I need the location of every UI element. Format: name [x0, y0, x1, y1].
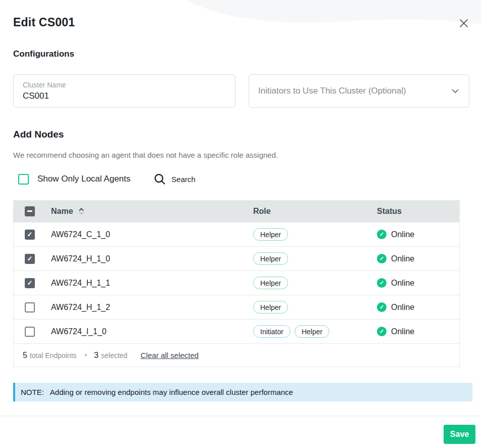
search-icon [154, 173, 166, 185]
row-status-label: Online [391, 303, 414, 312]
table-footer: 5total Endpoints • 3selected Clear all s… [14, 343, 459, 367]
footer-divider [0, 416, 481, 416]
table-body: ✓ AW6724_C_1_0 Helper ✓ Online ✓ AW6724_… [14, 222, 459, 343]
sort-icon[interactable] [78, 207, 84, 215]
row-roles: Helper [253, 277, 377, 289]
row-name: AW6724_C_1_0 [51, 230, 110, 239]
row-status-label: Online [391, 254, 414, 263]
table-row: AW6724_H_1_2 Helper ✓ Online [14, 295, 459, 319]
cluster-name-field[interactable]: Cluster Name CS001 [13, 74, 235, 108]
role-badge: Helper [253, 252, 288, 265]
show-only-local-agents-checkbox[interactable] [18, 174, 29, 185]
online-status-icon: ✓ [377, 302, 387, 312]
name-column-header[interactable]: Name [51, 207, 73, 216]
clear-all-selected-link[interactable]: Clear all selected [140, 351, 199, 360]
row-name: AW6724_I_1_0 [51, 327, 107, 336]
role-column-header: Role [253, 207, 377, 216]
table-row: ✓ AW6724_C_1_0 Helper ✓ Online [14, 222, 459, 246]
note-prefix: NOTE: [21, 388, 44, 396]
select-all-checkbox[interactable] [25, 206, 35, 216]
role-badge: Helper [253, 301, 288, 313]
close-icon [459, 19, 468, 28]
role-badge: Helper [253, 277, 288, 289]
separator-bullet-icon: • [85, 351, 87, 359]
row-roles: Helper [253, 301, 377, 313]
row-checkbox[interactable]: ✓ [25, 230, 35, 240]
total-endpoints-text: 5total Endpoints [23, 351, 77, 360]
selected-count-text: 3selected [94, 351, 127, 360]
table-row: ✓ AW6724_H_1_0 Helper ✓ Online [14, 246, 459, 271]
table-row: AW6724_I_1_0 InitiatorHelper ✓ Online [14, 319, 459, 343]
row-checkbox[interactable] [25, 302, 35, 312]
search-label: Search [171, 175, 196, 184]
table-row: ✓ AW6724_H_1_1 Helper ✓ Online [14, 271, 459, 295]
page-title: Edit CS001 [13, 16, 75, 29]
online-status-icon: ✓ [377, 327, 387, 336]
show-only-local-agents-label: Show Only Local Agents [37, 174, 130, 184]
save-button[interactable]: Save [444, 425, 475, 444]
note-banner: NOTE: Adding or removing endpoints may i… [13, 383, 472, 401]
row-checkbox[interactable]: ✓ [25, 254, 35, 264]
row-name: AW6724_H_1_2 [51, 303, 110, 311]
cluster-name-label: Cluster Name [23, 81, 226, 89]
search-button[interactable]: Search [154, 173, 196, 185]
row-roles: Helper [253, 252, 377, 265]
row-roles: InitiatorHelper [253, 325, 377, 338]
table-header-row: Name Role Status [14, 200, 459, 222]
online-status-icon: ✓ [377, 278, 387, 288]
edit-cluster-modal: Edit CS001 Configurations Cluster Name C… [0, 0, 481, 448]
row-checkbox[interactable]: ✓ [25, 278, 35, 288]
status-column-header: Status [377, 207, 459, 216]
note-message: Adding or removing endpoints may influen… [50, 388, 293, 396]
configurations-heading: Configurations [13, 49, 74, 59]
add-nodes-description: We recommend choosing an agent that does… [13, 151, 278, 159]
initiators-dropdown[interactable]: Initiators to Use This Cluster (Optional… [249, 74, 469, 108]
close-button[interactable] [459, 18, 469, 28]
role-badge: Helper [253, 228, 288, 241]
cluster-name-value: CS001 [23, 91, 226, 101]
row-status-label: Online [391, 279, 414, 288]
row-status-label: Online [391, 230, 414, 239]
row-checkbox[interactable] [25, 327, 35, 337]
row-name: AW6724_H_1_0 [51, 254, 110, 263]
chevron-down-icon [452, 89, 459, 94]
table-controls: Show Only Local Agents Search [18, 172, 196, 186]
nodes-table: Name Role Status ✓ AW6724_C_1_0 Helper ✓… [13, 200, 460, 367]
row-name: AW6724_H_1_1 [51, 279, 110, 287]
initiators-dropdown-placeholder: Initiators to Use This Cluster (Optional… [258, 86, 406, 96]
row-status-label: Online [391, 327, 414, 336]
row-roles: Helper [253, 228, 377, 241]
online-status-icon: ✓ [377, 254, 387, 263]
role-badge: Helper [295, 325, 329, 338]
role-badge: Initiator [253, 325, 291, 338]
online-status-icon: ✓ [377, 230, 387, 239]
add-nodes-heading: Add Nodes [13, 129, 64, 140]
